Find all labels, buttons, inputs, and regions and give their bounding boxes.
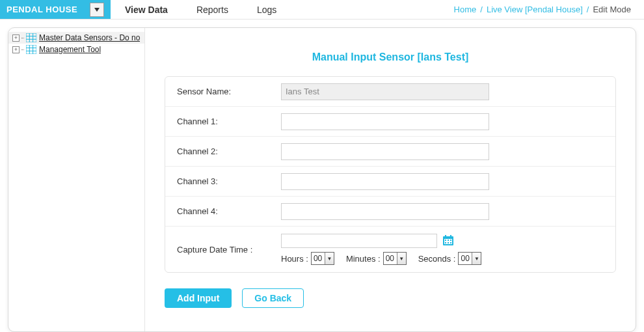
label-seconds: Seconds : [418, 254, 456, 264]
svg-rect-12 [445, 235, 446, 238]
svg-rect-15 [448, 240, 449, 241]
tree-item-master-data-sensors[interactable]: + Master Data Sensors - Do no [8, 32, 144, 44]
input-channel-1[interactable] [281, 113, 489, 130]
input-channel-2[interactable] [281, 143, 489, 160]
chevron-down-icon: ▼ [472, 253, 481, 264]
select-seconds-value: 00 [461, 254, 469, 263]
input-channel-4[interactable] [281, 203, 489, 220]
row-sensor-name: Sensor Name: [165, 77, 615, 107]
expand-icon[interactable]: + [12, 35, 20, 42]
label-sensor-name: Sensor Name: [177, 87, 281, 96]
select-hours[interactable]: 00 ▼ [311, 252, 334, 265]
tree-item-label: Master Data Sensors - Do no [39, 33, 140, 42]
svg-rect-17 [445, 242, 446, 243]
label-channel-4: Channel 4: [177, 206, 281, 216]
select-minutes[interactable]: 00 ▼ [383, 252, 407, 265]
svg-rect-5 [26, 45, 36, 54]
input-channel-3[interactable] [281, 173, 489, 190]
select-seconds[interactable]: 00 ▼ [458, 252, 481, 265]
go-back-button[interactable]: Go Back [242, 288, 304, 308]
label-channel-3: Channel 3: [177, 176, 281, 186]
main-area: Manual Input Sensor [Ians Test] Sensor N… [145, 28, 636, 331]
grid-icon [26, 45, 36, 54]
house-selector[interactable]: PENDAL HOUSE [0, 0, 111, 19]
tree-connector [21, 38, 24, 38]
row-channel-3: Channel 3: [165, 167, 615, 197]
sidebar-tree: + Master Data Sensors - Do no + [8, 28, 145, 331]
nav-reports[interactable]: Reports [182, 0, 243, 19]
select-hours-value: 00 [314, 254, 322, 263]
main-nav: View Data Reports Logs [111, 0, 291, 19]
svg-rect-18 [448, 242, 449, 243]
calendar-icon[interactable] [442, 234, 454, 248]
row-channel-2: Channel 2: [165, 137, 615, 167]
nav-view-data[interactable]: View Data [111, 0, 182, 19]
label-channel-1: Channel 1: [177, 117, 281, 126]
input-sensor-name[interactable] [281, 83, 489, 100]
row-channel-4: Channel 4: [165, 197, 615, 227]
form-title: Manual Input Sensor [Ians Test] [165, 51, 616, 63]
tree-connector [21, 49, 24, 50]
house-selector-label: PENDAL HOUSE [7, 5, 77, 14]
row-channel-1: Channel 1: [165, 107, 615, 137]
row-capture-date-time: Capture Date Time : [165, 227, 615, 272]
breadcrumb-live-view[interactable]: Live View [Pendal House] [487, 5, 583, 14]
label-capture-date-time: Capture Date Time : [177, 245, 281, 255]
label-channel-2: Channel 2: [177, 146, 281, 156]
chevron-down-icon[interactable] [90, 3, 104, 17]
sensor-form: Sensor Name: Channel 1: Channel 2: Chann… [165, 76, 616, 273]
svg-rect-13 [450, 235, 451, 238]
tree-item-label: Management Tool [39, 45, 101, 54]
breadcrumb-sep: / [587, 5, 589, 14]
label-hours: Hours : [281, 254, 308, 264]
svg-rect-16 [450, 240, 451, 241]
svg-rect-19 [450, 242, 451, 243]
chevron-down-icon: ▼ [325, 253, 334, 264]
breadcrumb-sep: / [480, 5, 483, 14]
breadcrumb-home[interactable]: Home [454, 5, 477, 14]
top-bar: PENDAL HOUSE View Data Reports Logs Home… [0, 0, 644, 20]
expand-icon[interactable]: + [12, 46, 20, 53]
breadcrumb-current: Edit Mode [593, 5, 631, 14]
tree-item-management-tool[interactable]: + Management Tool [8, 44, 144, 55]
label-minutes: Minutes : [346, 254, 381, 264]
breadcrumb: Home / Live View [Pendal House] / Edit M… [454, 0, 631, 19]
nav-logs[interactable]: Logs [243, 0, 291, 19]
svg-rect-0 [26, 33, 36, 42]
chevron-down-icon: ▼ [397, 253, 406, 264]
select-minutes-value: 00 [386, 254, 394, 263]
content-panel: + Master Data Sensors - Do no + [8, 27, 636, 332]
form-buttons: Add Input Go Back [165, 288, 616, 308]
input-capture-date[interactable] [281, 234, 437, 248]
svg-rect-14 [445, 240, 446, 241]
grid-icon [26, 33, 36, 42]
add-input-button[interactable]: Add Input [165, 288, 232, 308]
